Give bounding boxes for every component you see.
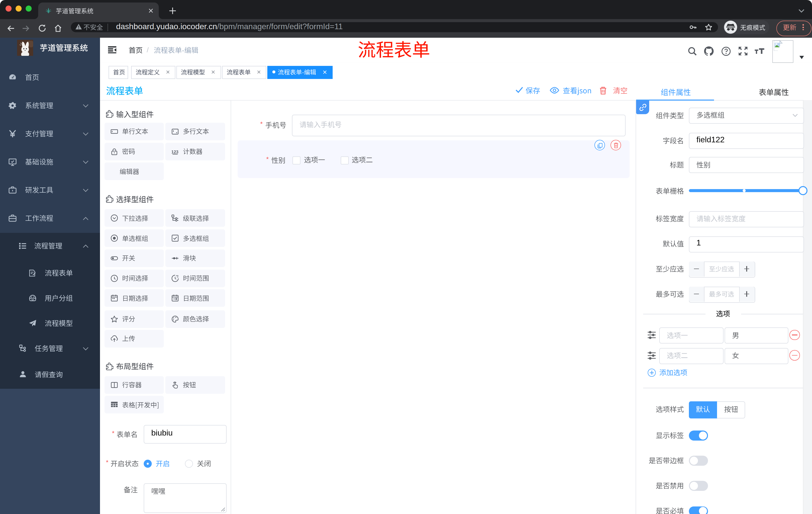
svg-text:123: 123: [171, 150, 178, 154]
